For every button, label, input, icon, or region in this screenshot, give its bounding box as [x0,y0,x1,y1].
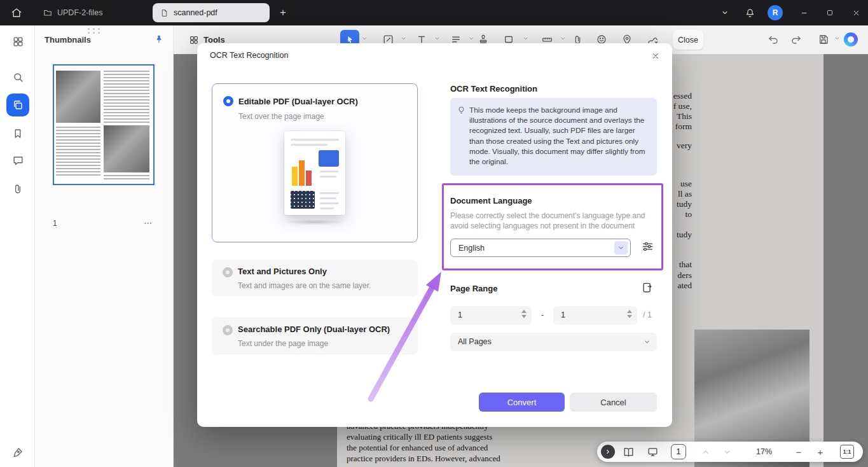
panel-title: Thumbnails [45,35,91,45]
chevron-up-icon [701,448,710,456]
thumbnail-more-button[interactable]: ⋯ [144,218,152,228]
language-select-chevron-button[interactable] [614,241,628,254]
radio-unselected-icon[interactable] [223,325,233,335]
ai-assistant-icon [848,36,854,43]
pen-nib-icon [12,446,24,458]
page-scope-select[interactable]: All Pages [450,333,657,351]
undo-button[interactable] [765,31,782,48]
thumbnail-photo-bottom [104,125,149,172]
sidebar-item-comments[interactable] [10,153,25,168]
notifications-button[interactable] [743,5,757,20]
illustration-bar-orange [299,160,305,186]
page-range-to-input[interactable]: 1 [553,306,637,324]
option-searchable-pdf[interactable]: Searchable PDF Only (Dual-layer OCR) Tex… [212,317,418,354]
illustration-page [284,131,345,215]
radio-unselected-icon[interactable] [223,267,233,277]
zoom-in-button[interactable]: + [813,444,827,459]
page-layout-button[interactable] [621,445,635,458]
panel-drag-handle[interactable] [88,28,101,34]
book-open-icon [623,446,635,458]
sidebar-item-attachments[interactable] [10,181,25,197]
stepper-control[interactable] [627,310,632,318]
option-description: Text over the page image [238,112,324,121]
option-label: Editable PDF (Dual-layer OCR) [238,97,358,106]
sidebar-item-thumbnails[interactable] [6,94,29,116]
next-page-button[interactable] [720,447,733,457]
ai-assistant-button[interactable] [844,32,858,46]
collapse-bar-button[interactable] [601,445,615,459]
document-tab-icon [160,9,169,17]
save-icon [818,34,829,45]
save-button[interactable] [815,31,832,48]
sidebar-item-search[interactable] [10,69,25,85]
home-button[interactable] [9,5,24,20]
tab-scanned-pdf[interactable]: scanned-pdf [153,3,270,22]
current-page-input[interactable]: 1 [671,444,686,459]
page-range-to-value: 1 [561,310,565,319]
stepper-control[interactable] [521,310,527,318]
page-range-settings-icon[interactable] [641,281,654,294]
chevron-down-icon[interactable] [560,36,566,41]
minimize-icon [800,9,808,17]
home-icon [11,7,22,18]
radio-selected-icon[interactable] [223,96,233,106]
language-settings-icon[interactable] [641,240,654,253]
chevron-down-icon[interactable] [469,36,474,41]
pin-icon[interactable] [154,34,164,45]
page-range-from-input[interactable]: 1 [450,306,532,324]
language-select[interactable]: English [450,239,631,257]
option-description: Text under the page image [238,339,328,348]
panel-heading: OCR Text Recognition [450,84,537,94]
close-window-button[interactable] [850,6,862,19]
chevron-right-icon [605,449,611,455]
actual-size-button[interactable]: 1:1 [840,445,854,459]
tab-label: UPDF-2-files [57,8,103,17]
step-up-icon[interactable] [627,310,632,313]
new-tab-button[interactable]: + [276,6,290,20]
previous-page-button[interactable] [699,447,712,457]
range-separator: - [541,310,544,319]
thumbnail-photo-top [56,71,100,123]
chevron-down-icon[interactable] [362,36,368,41]
convert-button[interactable]: Convert [479,393,565,412]
page-range-from-value: 1 [458,310,462,319]
zoom-out-button[interactable]: − [792,444,806,459]
sidebar-item-signature[interactable] [10,444,25,459]
page-thumbnail[interactable] [53,64,155,185]
dialog-close-button[interactable] [649,50,662,62]
minimize-button[interactable] [797,6,810,19]
info-box: This mode keeps the background image and… [450,98,657,176]
illustration-bar-yellow [292,167,298,186]
bookmark-icon [12,128,24,139]
maximize-button[interactable] [823,6,836,19]
step-down-icon[interactable] [521,315,527,318]
option-text-and-pictures[interactable]: Text and Pictures Only Text and images a… [212,260,418,296]
option-editable-pdf[interactable]: Editable PDF (Dual-layer OCR) Text over … [212,83,418,242]
chevron-down-icon[interactable] [401,36,406,41]
cancel-button[interactable]: Cancel [570,393,657,412]
tabs-overflow-button[interactable] [718,6,732,19]
step-down-icon[interactable] [627,315,632,318]
sidebar-item-home[interactable] [10,34,25,49]
tab-updf-2-files[interactable]: UPDF-2-files [34,0,112,25]
document-language-title: Document Language [450,196,532,206]
zoom-level-label[interactable]: 17% [756,447,772,456]
sidebar-item-bookmarks[interactable] [10,126,25,141]
language-select-value: English [458,244,485,253]
info-text: This mode keeps the background image and… [469,105,650,167]
ocr-mode-illustration [277,131,353,230]
page-total-label: / 1 [643,310,652,319]
redo-button[interactable] [788,31,804,48]
document-language-description: Please correctly select the document's l… [450,211,661,231]
chevron-down-icon[interactable] [523,36,528,41]
panel-header: Thumbnails [45,34,164,45]
user-avatar[interactable]: R [768,5,783,20]
option-description: Text and images are on the same layer. [238,281,371,290]
chevron-down-icon[interactable] [834,36,840,41]
reading-mode-button[interactable] [645,445,659,458]
close-document-button[interactable]: Close [673,30,703,50]
step-up-icon[interactable] [521,310,527,313]
thumbnails-panel: Thumbnails 1 ⋯ [35,25,174,467]
maximize-icon [826,9,834,17]
chevron-down-icon[interactable] [434,36,440,41]
